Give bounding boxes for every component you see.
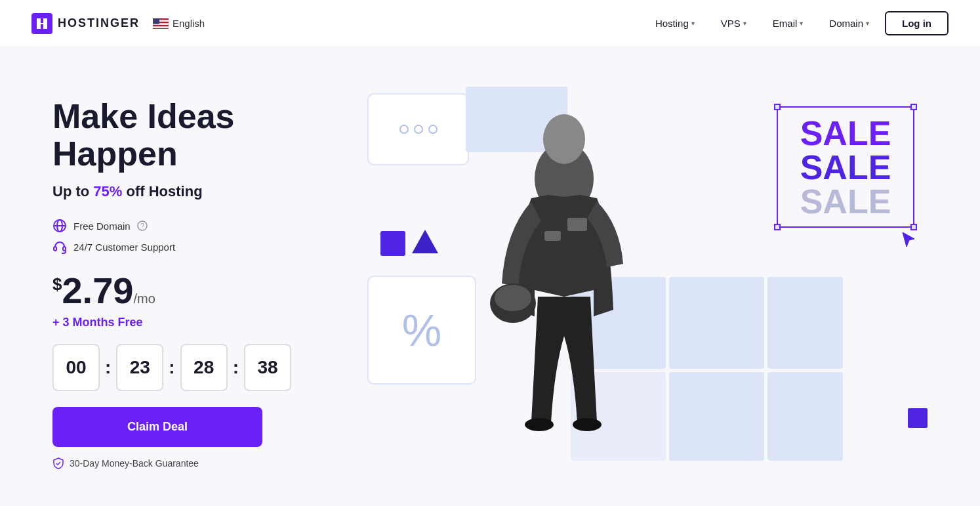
countdown-sep-2: : (169, 357, 174, 378)
countdown-timer: 00 : 23 : 28 : 38 (52, 344, 367, 391)
guarantee-row: 30-Day Money-Back Guarantee (52, 457, 367, 469)
navbar-left: HOSTINGER English (31, 13, 205, 34)
countdown-minutes: 23 (116, 344, 163, 391)
globe-icon (52, 219, 67, 233)
subtitle-suffix: off Hosting (122, 183, 202, 200)
subtitle-highlight: 75% (93, 183, 122, 200)
browser-dot-1 (399, 125, 409, 134)
cursor-icon (901, 231, 917, 254)
chevron-down-icon: ▾ (691, 20, 695, 27)
svg-rect-4 (153, 26, 169, 28)
svg-point-14 (543, 114, 585, 164)
deco-purple-square-1 (380, 231, 405, 256)
claim-deal-button[interactable]: Claim Deal (52, 407, 262, 447)
guarantee-label: 30-Day Money-Back Guarantee (70, 458, 199, 469)
feature-free-domain: Free Domain ? (52, 219, 367, 233)
person-svg (466, 100, 663, 467)
svg-rect-11 (54, 247, 56, 251)
hero-person (466, 100, 689, 474)
hero-left: Make Ideas Happen Up to 75% off Hosting … (52, 98, 367, 469)
nav-vps[interactable]: VPS ▾ (710, 12, 757, 34)
logo-icon (31, 13, 52, 34)
price-display: $2.79/mo (52, 270, 155, 311)
sale-corner-tr (910, 104, 917, 110)
feature-support: 24/7 Customer Support (52, 240, 367, 254)
nav-email[interactable]: Email ▾ (762, 12, 814, 34)
login-button[interactable]: Log in (885, 11, 949, 35)
svg-rect-17 (567, 218, 587, 231)
deco-cell-6 (767, 372, 843, 461)
logo-text: HOSTINGER (58, 16, 140, 30)
hero-title: Make Ideas Happen (52, 98, 367, 173)
chevron-down-icon: ▾ (800, 20, 803, 27)
countdown-hours: 00 (52, 344, 100, 391)
svg-point-16 (495, 285, 531, 311)
countdown-frames: 38 (244, 344, 291, 391)
language-label: English (173, 18, 205, 29)
shield-icon (52, 457, 64, 469)
sale-corner-bl (774, 224, 781, 230)
free-domain-label: Free Domain (73, 221, 131, 232)
nav-domain[interactable]: Domain ▾ (819, 12, 880, 34)
chevron-down-icon: ▾ (743, 20, 746, 27)
headset-icon (52, 240, 67, 254)
sale-corner-tl (774, 104, 781, 110)
navbar-right: Hosting ▾ VPS ▾ Email ▾ Domain ▾ Log in (645, 11, 949, 35)
navbar: HOSTINGER English Hosting ▾ VPS ▾ Email … (0, 0, 980, 47)
subtitle-prefix: Up to (52, 183, 93, 200)
countdown-sep-3: : (233, 357, 239, 378)
free-months-label: + 3 Months Free (52, 316, 367, 329)
deco-purple-triangle (412, 230, 438, 253)
countdown-seconds: 28 (180, 344, 228, 391)
chevron-down-icon: ▾ (866, 20, 869, 27)
features-list: Free Domain ? 24/7 Customer Support (52, 219, 367, 254)
sale-corner-br (910, 224, 917, 230)
countdown-sep-1: : (105, 357, 111, 378)
hero-section: Make Ideas Happen Up to 75% off Hosting … (0, 47, 980, 506)
language-selector[interactable]: English (153, 18, 205, 29)
svg-point-20 (573, 418, 602, 431)
svg-rect-5 (153, 18, 159, 24)
info-icon: ? (137, 221, 148, 231)
browser-mockup (367, 93, 469, 165)
deco-purple-square-br (908, 408, 928, 428)
flag-icon (153, 18, 169, 29)
sale-line-2: SALE (800, 150, 891, 184)
browser-dot-3 (428, 125, 438, 134)
hero-illustration: % SALE SALE SALE (367, 87, 928, 480)
percent-symbol: % (402, 308, 441, 352)
support-label: 24/7 Customer Support (73, 242, 175, 253)
svg-text:?: ? (140, 222, 144, 230)
percent-box: % (367, 276, 476, 385)
browser-dot-2 (414, 125, 423, 134)
price-period: /mo (133, 291, 155, 306)
deco-cell-3 (767, 277, 843, 369)
price-value: 2.79 (62, 270, 133, 311)
nav-hosting[interactable]: Hosting ▾ (645, 12, 705, 34)
logo[interactable]: HOSTINGER (31, 13, 140, 34)
sale-box: SALE SALE SALE (777, 106, 914, 228)
price-dollar: $ (52, 274, 62, 294)
svg-rect-18 (544, 231, 561, 241)
svg-point-19 (525, 418, 554, 431)
sale-line-3: SALE (800, 184, 891, 219)
svg-rect-12 (63, 247, 66, 251)
hero-subtitle: Up to 75% off Hosting (52, 183, 367, 200)
sale-line-1: SALE (800, 116, 891, 150)
price-block: $2.79/mo (52, 272, 367, 309)
